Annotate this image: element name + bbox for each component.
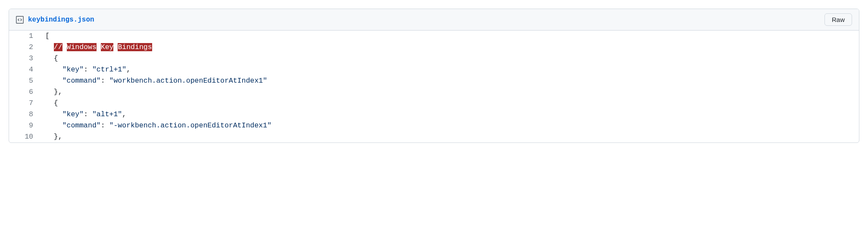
raw-button[interactable]: Raw — [824, 13, 852, 26]
token-indent — [45, 65, 62, 74]
code-content: }, — [39, 131, 69, 142]
token-string: "workbench.action.openEditorAtIndex1" — [109, 77, 267, 85]
code-line: 9 "command": "-workbench.action.openEdit… — [9, 120, 859, 131]
code-content: "command": "-workbench.action.openEditor… — [39, 120, 278, 131]
token-bracket: [ — [45, 32, 50, 40]
code-line: 8 "key": "alt+1", — [9, 109, 859, 120]
code-content: }, — [39, 87, 69, 98]
token-comma: , — [122, 110, 126, 118]
token-colon: : — [101, 77, 109, 85]
token-colon: : — [101, 121, 109, 130]
code-line: 7 { — [9, 98, 859, 109]
line-number[interactable]: 7 — [9, 98, 39, 109]
code-line: 4 "key": "ctrl+1", — [9, 64, 859, 75]
code-content: // Windows Key Bindings — [39, 42, 158, 53]
token-key: "key" — [62, 110, 84, 118]
code-line: 5 "command": "workbench.action.openEdito… — [9, 75, 859, 87]
token-indent — [45, 43, 54, 51]
line-number[interactable]: 9 — [9, 120, 39, 131]
token-key: "command" — [62, 77, 101, 85]
token-comment-error: Key — [101, 43, 114, 51]
token-comma: , — [126, 65, 131, 74]
token-string: "alt+1" — [92, 110, 122, 118]
token-brace: }, — [45, 133, 62, 141]
token-comment-error: Bindings — [118, 43, 152, 51]
token-indent — [45, 121, 62, 130]
token-colon: : — [84, 110, 92, 118]
token-comment-error: // — [54, 43, 62, 51]
line-number[interactable]: 4 — [9, 64, 39, 75]
token-string: "-workbench.action.openEditorAtIndex1" — [109, 121, 272, 130]
token-indent — [45, 110, 62, 118]
code-square-icon — [16, 16, 24, 24]
code-line: 2 // Windows Key Bindings — [9, 42, 859, 53]
token-indent — [45, 77, 62, 85]
code-listing: 1 [ 2 // Windows Key Bindings 3 { 4 "key… — [9, 31, 859, 142]
code-content: { — [39, 98, 64, 109]
code-line: 3 { — [9, 53, 859, 64]
line-number[interactable]: 6 — [9, 87, 39, 98]
token-key: "command" — [62, 121, 101, 130]
line-number[interactable]: 2 — [9, 42, 39, 53]
file-title-group: keybindings.json — [16, 16, 94, 24]
line-number[interactable]: 10 — [9, 131, 39, 142]
file-container: keybindings.json Raw 1 [ 2 // Windows Ke… — [9, 9, 859, 143]
file-header: keybindings.json Raw — [9, 9, 859, 31]
code-line: 1 [ — [9, 31, 859, 42]
line-number[interactable]: 5 — [9, 75, 39, 87]
token-brace: { — [45, 99, 58, 107]
code-line: 10 }, — [9, 131, 859, 142]
token-comment-error: Windows — [67, 43, 97, 51]
code-content: { — [39, 53, 64, 64]
token-colon: : — [84, 65, 92, 74]
token-brace: }, — [45, 88, 62, 96]
code-content: "command": "workbench.action.openEditorA… — [39, 75, 273, 87]
filename-link[interactable]: keybindings.json — [28, 16, 94, 24]
line-number[interactable]: 8 — [9, 109, 39, 120]
code-content: "key": "alt+1", — [39, 109, 132, 120]
line-number[interactable]: 1 — [9, 31, 39, 42]
token-key: "key" — [62, 65, 84, 74]
code-content: "key": "ctrl+1", — [39, 64, 137, 75]
code-content: [ — [39, 31, 56, 42]
line-number[interactable]: 3 — [9, 53, 39, 64]
code-line: 6 }, — [9, 87, 859, 98]
token-brace: { — [45, 54, 58, 62]
token-string: "ctrl+1" — [92, 65, 126, 74]
